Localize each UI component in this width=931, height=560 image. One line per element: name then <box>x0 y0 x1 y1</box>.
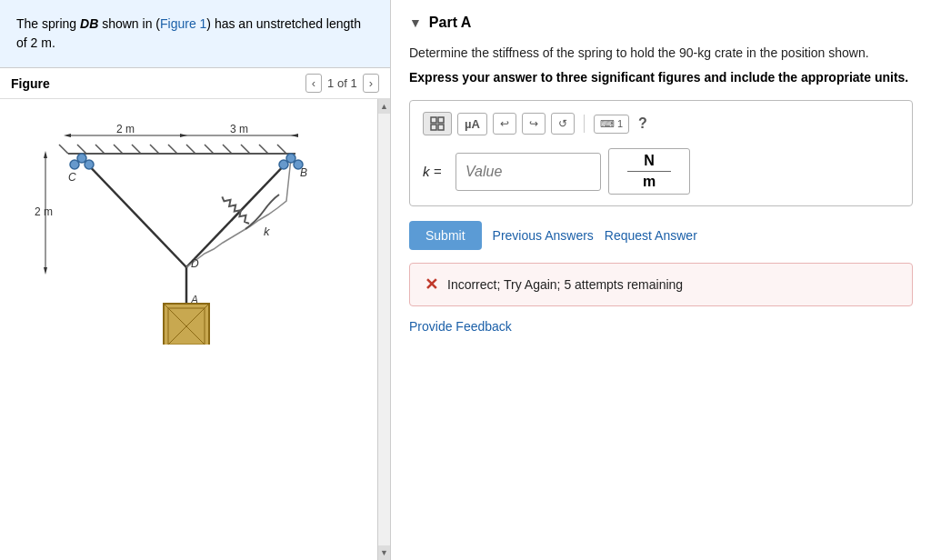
svg-point-27 <box>70 160 79 169</box>
svg-text:2 m: 2 m <box>116 123 135 135</box>
grid-icon <box>430 116 445 131</box>
svg-rect-45 <box>431 125 436 130</box>
svg-marker-18 <box>64 134 71 137</box>
svg-line-4 <box>114 145 123 154</box>
request-answer-link[interactable]: Request Answer <box>605 228 697 243</box>
part-header: ▼ Part A <box>409 15 913 31</box>
svg-line-2 <box>77 145 86 154</box>
svg-text:3 m: 3 m <box>230 123 248 135</box>
figure-container: 2 m 3 m <box>0 99 390 560</box>
unit-denominator: m <box>643 174 656 190</box>
problem-text-box: The spring DB shown in (Figure 1) has an… <box>0 0 390 68</box>
svg-marker-19 <box>180 134 187 137</box>
svg-line-3 <box>95 145 105 154</box>
svg-line-12 <box>259 145 268 154</box>
figure-link[interactable]: Figure 1 <box>160 16 206 31</box>
undo-button[interactable]: ↩ <box>493 113 516 135</box>
mu-icon: µA <box>465 117 480 131</box>
svg-line-10 <box>223 145 232 154</box>
page-indicator: 1 of 1 <box>327 76 357 90</box>
figure-svg-area: 2 m 3 m <box>0 99 377 356</box>
toolbar-separator <box>584 115 585 133</box>
svg-rect-39 <box>164 304 209 345</box>
svg-line-22 <box>186 158 291 267</box>
svg-text:C: C <box>68 171 76 184</box>
unit-fraction: N m <box>608 148 690 195</box>
svg-line-13 <box>277 145 286 154</box>
redo-button[interactable]: ↪ <box>522 113 546 135</box>
answer-box: µA ↩ ↪ ↺ ⌨ 1 ? k = N m <box>409 100 913 206</box>
svg-text:2 m: 2 m <box>35 205 53 218</box>
previous-answers-link[interactable]: Previous Answers <box>493 228 594 243</box>
figure-title: Figure <box>11 76 50 91</box>
svg-marker-37 <box>44 267 47 275</box>
mu-button[interactable]: µA <box>457 113 487 135</box>
prev-figure-button[interactable]: ‹ <box>305 74 322 93</box>
help-button[interactable]: ? <box>635 115 651 132</box>
action-row: Submit Previous Answers Request Answer <box>409 221 913 250</box>
value-input[interactable] <box>455 153 601 191</box>
svg-marker-20 <box>291 134 298 137</box>
spring-label: DB <box>80 16 98 31</box>
next-figure-button[interactable]: › <box>363 74 379 93</box>
error-box: ✕ Incorrect; Try Again; 5 attempts remai… <box>409 263 913 306</box>
figure-header: Figure ‹ 1 of 1 › <box>0 68 390 99</box>
instruction-1: Determine the stiffness of the spring to… <box>409 44 913 63</box>
scroll-track[interactable] <box>378 114 390 545</box>
toolbar: µA ↩ ↪ ↺ ⌨ 1 ? <box>423 112 899 135</box>
svg-rect-44 <box>438 117 444 123</box>
part-title: Part A <box>429 15 472 31</box>
keyboard-button[interactable]: ⌨ 1 <box>594 115 629 134</box>
svg-line-8 <box>186 145 195 154</box>
input-label: k = <box>423 164 448 179</box>
figure-scrollbar[interactable]: ▲ ▼ <box>377 99 390 560</box>
input-row: k = N m <box>423 148 899 195</box>
svg-text:D: D <box>191 257 199 270</box>
svg-point-29 <box>279 160 288 169</box>
left-panel: The spring DB shown in (Figure 1) has an… <box>0 0 391 560</box>
figure-svg: 2 m 3 m <box>18 108 364 345</box>
svg-line-9 <box>205 145 214 154</box>
scroll-up-arrow[interactable]: ▲ <box>378 99 391 114</box>
svg-line-6 <box>150 145 159 154</box>
svg-line-21 <box>82 158 186 267</box>
unit-numerator: N <box>627 153 671 172</box>
svg-rect-46 <box>438 125 444 130</box>
instruction-2: Express your answer to three significant… <box>409 68 913 87</box>
svg-text:k: k <box>264 225 271 238</box>
svg-point-28 <box>85 160 94 169</box>
submit-button[interactable]: Submit <box>409 221 482 250</box>
error-message: Incorrect; Try Again; 5 attempts remaini… <box>447 277 683 292</box>
svg-line-7 <box>168 145 177 154</box>
refresh-button[interactable]: ↺ <box>551 113 575 135</box>
svg-marker-36 <box>44 151 47 158</box>
svg-text:B: B <box>300 166 307 179</box>
error-icon: ✕ <box>425 275 438 295</box>
provide-feedback-link[interactable]: Provide Feedback <box>409 319 512 334</box>
grid-button[interactable] <box>423 112 452 135</box>
figure-nav: ‹ 1 of 1 › <box>305 74 379 93</box>
right-panel: ▼ Part A Determine the stiffness of the … <box>391 0 931 560</box>
svg-line-1 <box>59 145 68 154</box>
svg-rect-43 <box>431 117 436 123</box>
problem-text: The spring DB shown in (Figure 1) has an… <box>16 16 361 50</box>
svg-line-5 <box>132 145 141 154</box>
scroll-down-arrow[interactable]: ▼ <box>378 545 391 560</box>
svg-line-11 <box>241 145 250 154</box>
collapse-arrow-icon[interactable]: ▼ <box>409 15 422 30</box>
